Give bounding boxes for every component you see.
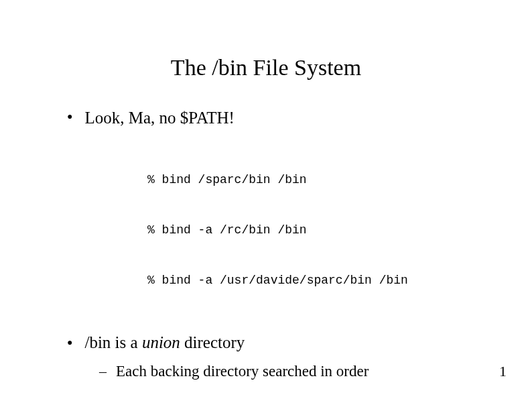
bullet-marker-icon: ● (67, 333, 72, 352)
bullet-text-2: /bin is a union directory (84, 333, 245, 352)
slide-content: ● Look, Ma, no $PATH! % bind /sparc/bin … (0, 107, 532, 382)
sub-bullet-item-1: – Each backing directory searched in ord… (67, 361, 492, 382)
bullet2-italic: union (142, 333, 180, 351)
slide-title: The /bin File System (0, 0, 532, 107)
dash-marker-icon: – (99, 361, 107, 382)
page-number: 1 (499, 363, 507, 380)
bullet-text-1: Look, Ma, no $PATH! (84, 107, 234, 129)
slide-container: The /bin File System ● Look, Ma, no $PAT… (0, 0, 532, 399)
code-line-2: % bind -a /rc/bin /bin (147, 222, 492, 239)
code-line-3: % bind -a /usr/davide/sparc/bin /bin (147, 272, 492, 289)
bullet-item-1: ● Look, Ma, no $PATH! (67, 107, 492, 129)
sub-bullet-text-1: Each backing directory searched in order (116, 361, 369, 382)
bullet-item-2: ● /bin is a union directory (67, 333, 492, 352)
bullet-marker-icon: ● (67, 107, 72, 126)
code-line-1: % bind /sparc/bin /bin (147, 172, 492, 188)
bullet2-part2: directory (180, 333, 245, 351)
bullet2-part1: /bin is a (84, 333, 141, 351)
code-block: % bind /sparc/bin /bin % bind -a /rc/bin… (67, 138, 492, 323)
